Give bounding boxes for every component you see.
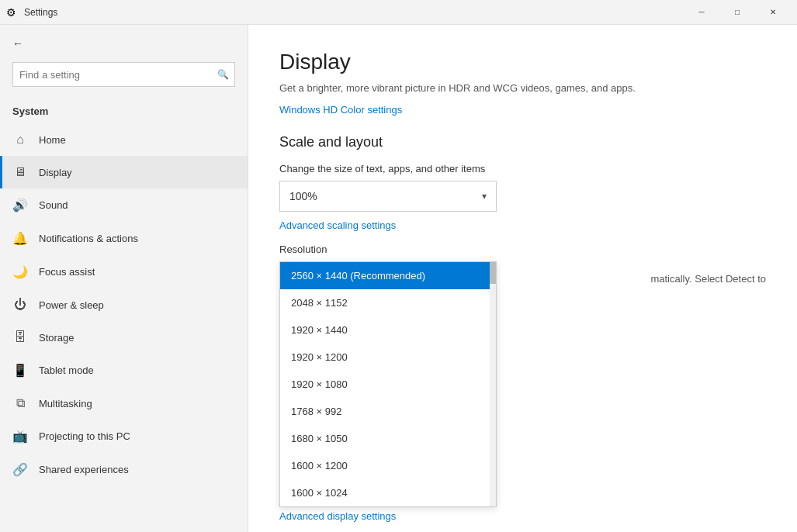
multitasking-icon: ⧉ [12,396,28,410]
resolution-option-7[interactable]: 1600 × 1200 [280,452,496,479]
resolution-option-1[interactable]: 2048 × 1152 [280,289,496,316]
shared-icon: 🔗 [12,462,28,477]
sidebar-item-tablet[interactable]: 📱 Tablet mode [0,354,248,387]
sidebar-item-notifications[interactable]: 🔔 Notifications & actions [0,222,248,255]
settings-icon: ⚙ [6,6,16,19]
sidebar-item-tablet-label: Tablet mode [39,364,94,376]
sidebar-section-label: System [0,93,248,123]
storage-icon: 🗄 [12,330,28,344]
scale-dropdown-value: 100% [289,190,317,202]
sidebar-item-focus[interactable]: 🌙 Focus assist [0,255,248,288]
resolution-option-5[interactable]: 1768 × 992 [280,398,496,425]
sidebar-item-home-label: Home [39,134,66,146]
titlebar-title: Settings [24,7,57,18]
sound-icon: 🔊 [12,198,28,212]
projecting-icon: 📺 [12,429,28,444]
sidebar-item-display[interactable]: 🖥 Display [0,156,248,188]
sidebar-item-display-label: Display [39,167,72,178]
home-icon: ⌂ [12,133,28,147]
scrollbar-thumb[interactable] [490,262,496,284]
sidebar: ← 🔍 System ⌂ Home 🖥 Display 🔊 Sound 🔔 No… [0,25,248,532]
main-content: Display Get a brighter, more vibrant pic… [248,25,797,532]
sidebar-item-projecting[interactable]: 📺 Projecting to this PC [0,420,248,453]
display-icon: 🖥 [12,165,28,179]
maximize-button[interactable]: □ [719,0,755,25]
back-button[interactable]: ← [0,25,248,56]
chevron-down-icon: ▾ [482,191,487,202]
scale-setting-label: Change the size of text, apps, and other… [279,163,766,174]
sidebar-item-multitasking-label: Multitasking [39,398,92,409]
resolution-option-3[interactable]: 1920 × 1200 [280,344,496,371]
app-body: ← 🔍 System ⌂ Home 🖥 Display 🔊 Sound 🔔 No… [0,25,797,532]
sidebar-item-focus-label: Focus assist [39,266,95,278]
sidebar-item-sound-label: Sound [39,199,68,211]
advanced-scaling-link[interactable]: Advanced scaling settings [279,219,396,231]
titlebar: ⚙ Settings ─ □ ✕ [0,0,797,25]
sidebar-item-home[interactable]: ⌂ Home [0,123,248,156]
sidebar-item-shared[interactable]: 🔗 Shared experiences [0,453,248,486]
power-icon: ⏻ [12,298,28,312]
sidebar-item-storage[interactable]: 🗄 Storage [0,321,248,354]
minimize-button[interactable]: ─ [684,0,719,25]
resolution-dropdown[interactable]: 2560 × 1440 (Recommended) 2048 × 1152 19… [279,261,497,507]
tablet-icon: 📱 [12,363,28,378]
sidebar-item-power-label: Power & sleep [39,299,104,311]
partial-context-text: matically. Select Detect to [650,273,766,285]
page-title: Display [279,50,766,74]
scale-dropdown[interactable]: 100% ▾ [279,181,497,212]
close-button[interactable]: ✕ [755,0,791,25]
resolution-option-8[interactable]: 1600 × 1024 [280,479,496,506]
advanced-display-link[interactable]: Advanced display settings [279,510,396,522]
search-icon: 🔍 [217,69,229,80]
titlebar-controls: ─ □ ✕ [684,0,791,25]
sidebar-item-power[interactable]: ⏻ Power & sleep [0,288,248,321]
notifications-icon: 🔔 [12,231,28,246]
sidebar-item-sound[interactable]: 🔊 Sound [0,188,248,222]
back-icon: ← [12,37,23,50]
sidebar-item-shared-label: Shared experiences [39,464,129,475]
sidebar-item-notifications-label: Notifications & actions [39,233,138,244]
scale-section-title: Scale and layout [279,134,766,150]
search-input[interactable] [12,62,235,87]
sidebar-item-projecting-label: Projecting to this PC [39,430,130,442]
sidebar-item-storage-label: Storage [39,332,75,344]
resolution-option-0[interactable]: 2560 × 1440 (Recommended) [280,262,496,289]
resolution-option-6[interactable]: 1680 × 1050 [280,425,496,452]
resolution-option-2[interactable]: 1920 × 1440 [280,316,496,344]
page-subtitle: Get a brighter, more vibrant picture in … [279,81,667,96]
resolution-option-4[interactable]: 1920 × 1080 [280,371,496,398]
resolution-label: Resolution [279,244,766,255]
titlebar-left: ⚙ Settings [6,6,684,19]
focus-icon: 🌙 [12,264,28,279]
scrollbar-track[interactable] [490,262,496,506]
sidebar-search-container: 🔍 [12,62,235,87]
hd-color-link[interactable]: Windows HD Color settings [279,104,402,116]
sidebar-item-multitasking[interactable]: ⧉ Multitasking [0,387,248,420]
